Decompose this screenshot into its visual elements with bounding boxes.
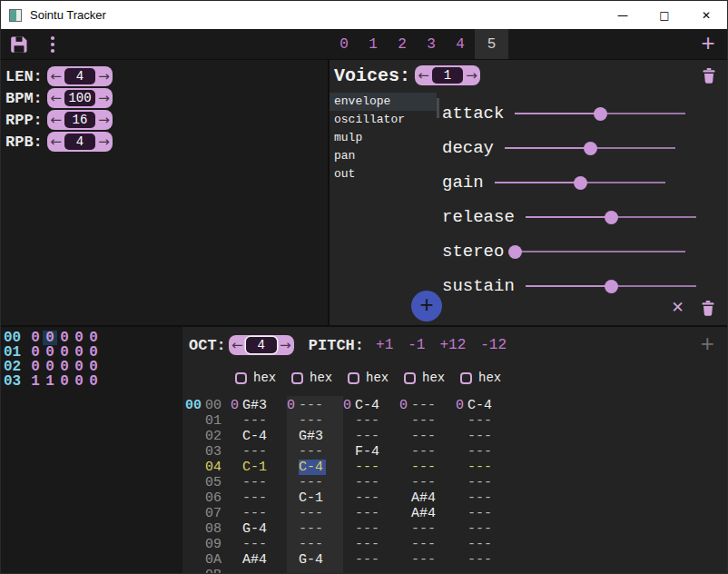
pattern-note[interactable]: ---: [411, 444, 438, 460]
pitch-button-+12[interactable]: +12: [439, 337, 466, 353]
pattern-note[interactable]: ---: [467, 506, 495, 521]
pattern-note[interactable]: A#4: [242, 552, 270, 568]
pattern-note[interactable]: C-4: [242, 429, 270, 444]
stepper-value[interactable]: 4: [64, 134, 95, 150]
pattern-note[interactable]: ---: [355, 413, 382, 429]
scrollbar-thumb[interactable]: [437, 98, 439, 118]
tab-instrument-1[interactable]: 1: [359, 29, 388, 59]
pattern-note[interactable]: ---: [242, 506, 270, 521]
pattern-note[interactable]: ---: [242, 475, 270, 490]
hex-checkbox[interactable]: [404, 372, 416, 384]
pattern-note[interactable]: ---: [242, 568, 270, 573]
pattern-note[interactable]: G-4: [299, 552, 326, 568]
unit-item-oscillator[interactable]: oscillator: [330, 111, 437, 129]
stepper-value[interactable]: 16: [64, 112, 95, 128]
pattern-note[interactable]: ---: [467, 490, 495, 506]
pattern-note[interactable]: G#3: [299, 429, 326, 444]
pattern-note[interactable]: ---: [299, 568, 326, 573]
stepper-decrement-button[interactable]: ←: [229, 335, 246, 355]
pattern-note[interactable]: ---: [411, 475, 438, 490]
pattern-note[interactable]: ---: [355, 429, 382, 444]
order-cell[interactable]: 0: [43, 345, 57, 360]
tab-instrument-4[interactable]: 4: [446, 29, 475, 59]
pattern-note[interactable]: A#4: [411, 506, 438, 521]
order-cell[interactable]: 0: [86, 345, 101, 360]
slider-thumb[interactable]: [574, 176, 587, 190]
order-cell[interactable]: 0: [86, 374, 101, 389]
pattern-note[interactable]: ---: [411, 460, 438, 475]
pattern-note[interactable]: ---: [467, 475, 495, 490]
pattern-note[interactable]: ---: [299, 521, 326, 537]
pattern-note[interactable]: ---: [411, 568, 438, 573]
pattern-note[interactable]: ---: [355, 490, 382, 506]
order-cell[interactable]: 0: [72, 374, 86, 389]
hex-checkbox[interactable]: [348, 372, 359, 384]
tab-instrument-5[interactable]: 5: [475, 29, 508, 59]
param-slider-stereo[interactable]: [515, 244, 685, 259]
slider-thumb[interactable]: [605, 280, 618, 293]
unit-item-out[interactable]: out: [330, 165, 437, 183]
pattern-note[interactable]: ---: [467, 552, 495, 568]
slider-thumb[interactable]: [605, 211, 618, 224]
pattern-note[interactable]: F-4: [355, 444, 382, 460]
unit-item-mulp[interactable]: mulp: [330, 129, 437, 147]
add-unit-button[interactable]: +: [411, 291, 442, 322]
pattern-note[interactable]: ---: [411, 398, 438, 413]
clear-unit-button[interactable]: ✕: [672, 299, 684, 317]
order-cell[interactable]: 1: [28, 374, 43, 389]
pattern-note[interactable]: ---: [467, 460, 495, 475]
pattern-note[interactable]: ---: [467, 429, 495, 444]
order-cell[interactable]: 0: [72, 360, 86, 374]
pattern-note[interactable]: ---: [299, 506, 326, 521]
add-instrument-button[interactable]: +: [689, 29, 727, 59]
hex-checkbox[interactable]: [235, 372, 247, 384]
hex-checkbox[interactable]: [291, 372, 303, 384]
add-track-button[interactable]: +: [700, 332, 714, 359]
order-cell[interactable]: 0: [43, 331, 57, 345]
pattern-note[interactable]: ---: [355, 521, 382, 537]
stepper-increment-button[interactable]: →: [95, 132, 113, 152]
minimize-button[interactable]: —: [602, 1, 644, 29]
pattern-note[interactable]: ---: [467, 413, 495, 429]
pattern-note[interactable]: ---: [467, 521, 495, 537]
slider-thumb[interactable]: [508, 245, 522, 259]
pattern-note[interactable]: ---: [411, 537, 438, 552]
save-button[interactable]: [10, 35, 28, 54]
stepper-increment-button[interactable]: →: [95, 110, 113, 130]
order-cell[interactable]: 0: [43, 360, 57, 374]
tab-instrument-0[interactable]: 0: [330, 29, 359, 59]
param-slider-attack[interactable]: [515, 106, 685, 121]
pattern-note[interactable]: G#3: [242, 398, 270, 413]
pattern-note[interactable]: C-1: [299, 490, 326, 506]
pattern-note[interactable]: ---: [355, 537, 382, 552]
stepper-increment-button[interactable]: →: [95, 66, 113, 86]
pattern-note[interactable]: C-4: [355, 398, 382, 413]
order-cell[interactable]: 0: [72, 345, 86, 360]
menu-button[interactable]: [50, 35, 55, 54]
slider-thumb[interactable]: [584, 142, 597, 155]
pattern-note[interactable]: C-4: [467, 398, 495, 413]
stepper-increment-button[interactable]: →: [95, 88, 113, 108]
order-cell[interactable]: 1: [43, 374, 57, 389]
pattern-note[interactable]: ---: [411, 429, 438, 444]
pattern-note[interactable]: ---: [299, 444, 326, 460]
pattern-note[interactable]: G-4: [242, 521, 270, 537]
pattern-note[interactable]: ---: [355, 460, 382, 475]
pattern-note[interactable]: ---: [467, 444, 495, 460]
close-button[interactable]: ✕: [685, 1, 727, 29]
stepper-decrement-button[interactable]: ←: [47, 132, 64, 152]
stepper-decrement-button[interactable]: ←: [47, 88, 64, 108]
pattern-note[interactable]: ---: [242, 537, 270, 552]
order-cell[interactable]: 0: [57, 374, 72, 389]
slider-thumb[interactable]: [594, 107, 607, 121]
pattern-note[interactable]: ---: [411, 413, 438, 429]
param-slider-release[interactable]: [526, 210, 696, 224]
param-slider-gain[interactable]: [495, 175, 665, 190]
pattern-note[interactable]: ---: [299, 413, 326, 429]
order-cell[interactable]: 0: [28, 345, 43, 360]
pitch-button--12[interactable]: -12: [480, 337, 507, 353]
pattern-note[interactable]: ---: [242, 444, 270, 460]
pattern-note[interactable]: A#4: [411, 490, 438, 506]
tab-instrument-3[interactable]: 3: [417, 29, 446, 59]
order-cell[interactable]: 0: [28, 331, 43, 345]
